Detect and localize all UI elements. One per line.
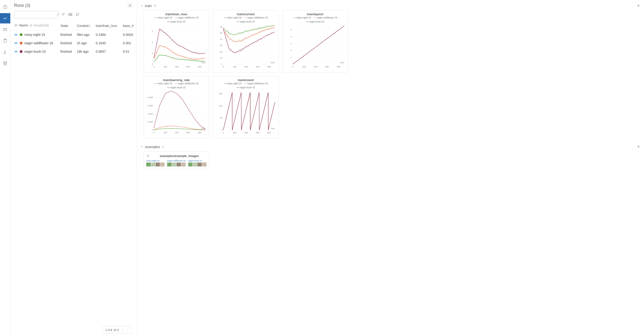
- svg-text:800: 800: [198, 66, 202, 68]
- svg-text:150: 150: [219, 92, 222, 95]
- filter-button[interactable]: [61, 12, 66, 17]
- chart-panel-epoch[interactable]: train/epochmisty-night-19eager-wildflowe…: [282, 10, 348, 72]
- sweep-nav-item[interactable]: [0, 47, 10, 57]
- svg-text:1: 1: [290, 56, 292, 58]
- svg-text:0: 0: [153, 131, 154, 134]
- group-button[interactable]: [68, 12, 73, 17]
- section-title-examples[interactable]: examples: [145, 145, 160, 149]
- pager-range[interactable]: 1-3 ▾: [105, 328, 112, 332]
- svg-text:20: 20: [220, 51, 222, 53]
- run-row[interactable]: eager-bush-15 finished 18h ago 0.9697 0.…: [10, 47, 137, 56]
- svg-text:3: 3: [290, 42, 292, 45]
- thumb-label: misty-night-19: [146, 160, 165, 162]
- svg-text:600: 600: [325, 66, 329, 68]
- runs-search[interactable]: .*: [14, 11, 59, 18]
- info-nav-item[interactable]: [0, 2, 10, 12]
- example-thumb-group[interactable]: eager-wildflower-18: [167, 160, 186, 167]
- thumb-label: eager-bush-15: [188, 160, 206, 162]
- artifacts-nav-item[interactable]: [0, 58, 10, 68]
- example-thumb-group[interactable]: misty-night-19: [146, 160, 165, 167]
- chart-line-icon: [3, 16, 8, 21]
- svg-text:800: 800: [198, 131, 202, 134]
- svg-text:Step: Step: [270, 127, 275, 130]
- chart-panel-learning_rate[interactable]: train/learning_ratemisty-night-19eager-w…: [144, 76, 209, 138]
- svg-point-23: [16, 34, 16, 35]
- svg-text:600: 600: [256, 66, 260, 68]
- runs-collapse-button[interactable]: [128, 3, 133, 8]
- svg-text:Step: Step: [340, 61, 344, 64]
- visibility-toggle[interactable]: [14, 33, 18, 36]
- pager-prev[interactable]: ‹: [120, 328, 124, 332]
- runs-search-input[interactable]: [16, 13, 56, 16]
- visibility-toggle[interactable]: [14, 41, 18, 45]
- sort-button[interactable]: [75, 12, 80, 17]
- svg-text:30: 30: [220, 44, 222, 47]
- svg-text:40: 40: [220, 38, 222, 40]
- run-row[interactable]: eager-wildflower-18 finished 1h ago 0.16…: [10, 39, 137, 47]
- run-color-swatch: [20, 33, 22, 36]
- panel-examples[interactable]: examples/example_images misty-night-19ea…: [144, 151, 209, 169]
- add-panel-train[interactable]: [636, 3, 641, 8]
- chart-legend: misty-night-19eager-wildflower-18eager-b…: [215, 16, 276, 23]
- thumb-label: eager-wildflower-18: [167, 160, 186, 162]
- chevron-down-icon[interactable]: [140, 145, 144, 148]
- runs-pager: 1-3 ▾ of 3 ‹ ›: [103, 326, 132, 334]
- svg-text:0.002: 0.002: [148, 121, 153, 123]
- chart-title: train/count: [215, 78, 276, 82]
- run-row[interactable]: misty-night-19 finished 58m ago 0.2464 0…: [10, 30, 137, 39]
- run-lr: 0.01: [121, 47, 137, 56]
- svg-point-25: [16, 51, 16, 52]
- svg-text:400: 400: [244, 131, 248, 134]
- clipboard-nav-item[interactable]: [0, 36, 10, 46]
- thumb-strip: [188, 162, 206, 167]
- panels-nav-item[interactable]: [0, 24, 10, 35]
- svg-text:60: 60: [220, 26, 222, 28]
- database-icon: [3, 61, 8, 66]
- svg-text:5: 5: [290, 28, 292, 31]
- visibility-toggle[interactable]: [14, 50, 18, 53]
- svg-text:100: 100: [219, 105, 222, 107]
- chart-panel-count[interactable]: train/countmisty-night-19eager-wildflowe…: [213, 76, 278, 138]
- section-header-examples: examples 1: [139, 143, 642, 151]
- run-created: 1h ago: [75, 39, 94, 47]
- examples-title: examples/example_images: [152, 154, 206, 158]
- svg-text:200: 200: [164, 131, 167, 134]
- runs-title: Runs (3): [14, 3, 30, 8]
- section-title-train[interactable]: train: [145, 4, 152, 8]
- col-created[interactable]: Created: [75, 21, 94, 30]
- svg-text:0: 0: [153, 66, 154, 68]
- add-panel-examples[interactable]: [636, 144, 641, 149]
- gear-icon[interactable]: [146, 154, 150, 158]
- run-lr: 0.0004: [121, 30, 137, 39]
- col-name[interactable]: Name (3 visualized): [10, 21, 59, 30]
- pager-next[interactable]: ›: [126, 328, 130, 332]
- svg-point-2: [5, 6, 5, 6]
- panel-icon: [3, 27, 8, 32]
- regex-toggle[interactable]: .*: [56, 13, 59, 16]
- col-metric[interactable]: train/train_loss: [94, 21, 121, 30]
- chart-panel-train_loss[interactable]: train/train_lossmisty-night-19eager-wild…: [144, 10, 209, 72]
- svg-text:0: 0: [152, 63, 153, 65]
- col-state[interactable]: State: [59, 21, 75, 30]
- run-state: finished: [59, 39, 75, 47]
- run-created: 58m ago: [75, 30, 94, 39]
- svg-text:400: 400: [175, 66, 178, 68]
- charts-nav-item[interactable]: [0, 13, 10, 23]
- svg-text:600: 600: [256, 131, 260, 134]
- broom-icon: [3, 50, 8, 54]
- svg-text:600: 600: [186, 66, 190, 68]
- svg-text:400: 400: [175, 131, 178, 134]
- run-name: eager-wildflower-18: [24, 41, 53, 45]
- svg-text:2: 2: [290, 49, 292, 51]
- example-thumb-group[interactable]: eager-bush-15: [188, 160, 206, 167]
- filter-icon: [61, 12, 66, 17]
- svg-text:0: 0: [222, 66, 224, 68]
- thumb-strip: [146, 162, 165, 167]
- svg-text:50: 50: [220, 117, 222, 119]
- chart-panel-correct[interactable]: train/correctmisty-night-19eager-wildflo…: [213, 10, 278, 72]
- col-lr[interactable]: base_lr: [121, 21, 137, 30]
- svg-text:0: 0: [292, 66, 293, 68]
- run-created: 18h ago: [75, 47, 94, 56]
- chevron-down-icon[interactable]: [140, 4, 144, 7]
- svg-text:0.006: 0.006: [148, 104, 153, 107]
